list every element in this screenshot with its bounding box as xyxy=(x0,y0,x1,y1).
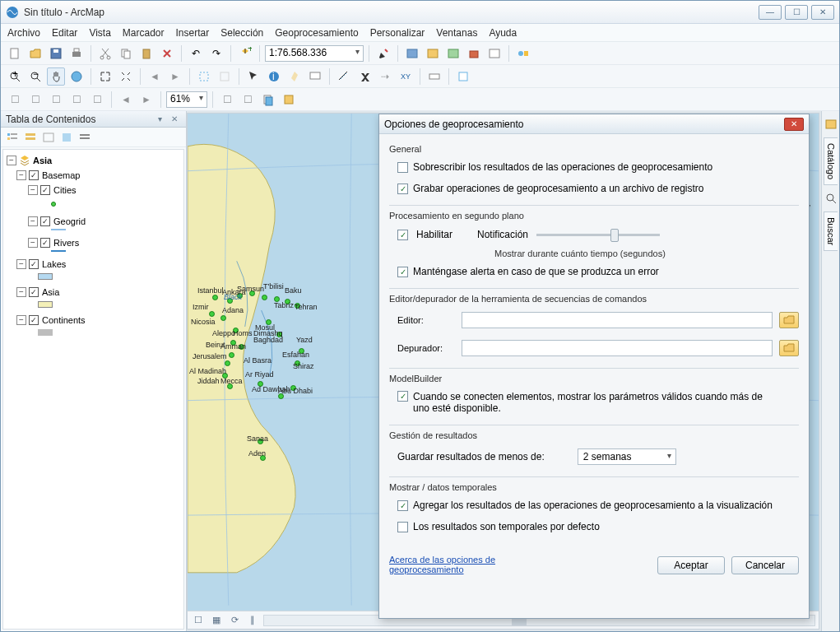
menu-vista[interactable]: Vista xyxy=(89,27,110,39)
menu-archivo[interactable]: Archivo xyxy=(7,27,40,39)
maximize-button[interactable]: ☐ xyxy=(785,5,808,20)
modelbuilder-button[interactable] xyxy=(514,44,532,63)
save-button[interactable] xyxy=(47,44,65,63)
layer-checkbox[interactable] xyxy=(40,185,50,195)
paste-button[interactable] xyxy=(137,44,155,63)
find-button[interactable] xyxy=(355,67,374,86)
layer-rivers[interactable]: Rivers xyxy=(53,238,79,248)
layer-cities[interactable]: Cities xyxy=(53,185,77,195)
menu-ventanas[interactable]: Ventanas xyxy=(436,27,477,39)
editor-input[interactable] xyxy=(462,312,773,328)
layer-lakes[interactable]: Lakes xyxy=(42,259,66,269)
measure-button[interactable] xyxy=(335,67,353,86)
toc-tree[interactable]: − Asia − Basemap − Cities xyxy=(2,149,184,630)
about-link[interactable]: Acerca de las opciones de geoprocesamien… xyxy=(389,555,537,574)
layer-continents[interactable]: Continents xyxy=(42,315,86,325)
list-by-drawing-order-button[interactable] xyxy=(4,129,21,146)
goto-xy-button[interactable]: XY xyxy=(397,67,415,86)
layer-basemap[interactable]: Basemap xyxy=(42,170,80,180)
hyperlink-button[interactable] xyxy=(285,67,304,86)
menu-ayuda[interactable]: Ayuda xyxy=(489,27,517,39)
layout-view-button[interactable]: ▦ xyxy=(209,613,224,628)
zoom-out-button[interactable]: − xyxy=(26,67,44,86)
refresh-button[interactable]: ⟳ xyxy=(227,613,242,628)
full-extent-button[interactable] xyxy=(67,67,86,86)
debugger-input[interactable] xyxy=(462,340,773,356)
close-panel-icon[interactable]: ✕ xyxy=(171,114,181,124)
layout-btn-3[interactable]: ☐ xyxy=(47,91,65,109)
minimize-button[interactable]: — xyxy=(759,5,782,20)
select-elements-button[interactable] xyxy=(244,67,262,86)
menu-personalizar[interactable]: Personalizar xyxy=(370,27,425,39)
browse-editor-button[interactable] xyxy=(779,312,799,328)
menu-marcador[interactable]: Marcador xyxy=(123,27,165,39)
forward-button[interactable]: ► xyxy=(166,67,184,86)
editor-toolbar-button[interactable] xyxy=(374,44,392,63)
layout-btn-5[interactable]: ☐ xyxy=(88,91,106,109)
fixed-zoom-in-button[interactable] xyxy=(96,67,114,86)
pause-button[interactable]: ∥ xyxy=(245,613,260,628)
toggle-draft-button[interactable] xyxy=(280,91,298,109)
search-tab-icon[interactable] xyxy=(824,192,838,205)
delete-button[interactable] xyxy=(158,44,176,63)
layout-btn-7[interactable]: ► xyxy=(137,91,155,109)
select-features-button[interactable] xyxy=(195,67,213,86)
menu-geoprocesamiento[interactable]: Geoprocesamiento xyxy=(275,27,358,39)
pin-icon[interactable]: ▾ xyxy=(158,114,168,124)
add-data-button[interactable]: + xyxy=(236,44,254,63)
open-button[interactable] xyxy=(26,44,44,63)
layout-btn-1[interactable]: ☐ xyxy=(6,91,24,109)
find-route-button[interactable]: ⇢ xyxy=(376,67,394,86)
map-view[interactable]: Istanbul Ankara Izmir Nicosia Aleppo Hom… xyxy=(187,113,819,630)
time-slider-button[interactable] xyxy=(425,67,443,86)
tree-toggle[interactable]: − xyxy=(16,170,26,180)
list-by-selection-button[interactable] xyxy=(58,129,75,146)
close-window-button[interactable]: ✕ xyxy=(811,5,834,20)
layer-checkbox[interactable] xyxy=(29,315,39,325)
layer-checkbox[interactable] xyxy=(40,216,50,226)
add-results-checkbox[interactable] xyxy=(397,500,408,511)
menu-seleccion[interactable]: Selección xyxy=(220,27,263,39)
data-view-button[interactable]: ☐ xyxy=(191,613,206,628)
layout-btn-4[interactable]: ☐ xyxy=(67,91,86,109)
html-popup-button[interactable] xyxy=(306,67,324,86)
new-button[interactable] xyxy=(6,44,24,63)
identify-button[interactable]: i xyxy=(265,67,283,86)
layout-btn-8[interactable]: ☐ xyxy=(218,91,236,109)
layer-checkbox[interactable] xyxy=(29,287,39,297)
overwrite-checkbox[interactable] xyxy=(397,162,408,173)
zoom-percent-combo[interactable]: 61% xyxy=(166,91,207,108)
search-window-button[interactable] xyxy=(444,44,462,63)
browse-debugger-button[interactable] xyxy=(779,340,799,356)
layer-geogrid[interactable]: Geogrid xyxy=(53,216,86,226)
print-button[interactable] xyxy=(67,44,86,63)
ok-button[interactable]: Aceptar xyxy=(657,556,725,574)
copy-button[interactable] xyxy=(117,44,135,63)
record-checkbox[interactable] xyxy=(397,184,408,194)
python-window-button[interactable] xyxy=(485,44,504,63)
notification-slider[interactable] xyxy=(536,234,660,236)
layout-btn-9[interactable]: ☐ xyxy=(239,91,257,109)
dialog-titlebar[interactable]: Opciones de geoprocesamiento ✕ xyxy=(379,114,809,134)
tree-toggle[interactable]: − xyxy=(7,156,16,165)
pan-button[interactable] xyxy=(47,67,65,86)
tree-toggle[interactable]: − xyxy=(16,315,26,325)
table-of-contents-button[interactable] xyxy=(403,44,421,63)
catalog-tab[interactable]: Catálogo xyxy=(824,137,838,185)
catalog-window-button[interactable] xyxy=(424,44,442,63)
scale-combo[interactable]: 1:76.568.336 xyxy=(265,45,364,62)
list-by-visibility-button[interactable] xyxy=(40,129,57,146)
layer-checkbox[interactable] xyxy=(29,259,39,269)
cancel-button[interactable]: Cancelar xyxy=(731,556,799,574)
tree-toggle[interactable]: − xyxy=(16,259,26,269)
temp-default-checkbox[interactable] xyxy=(397,522,408,532)
tree-toggle[interactable]: − xyxy=(28,238,38,248)
data-driven-pages-button[interactable] xyxy=(259,91,277,109)
tree-toggle[interactable]: − xyxy=(16,287,26,297)
modelbuilder-checkbox[interactable] xyxy=(397,391,408,402)
tree-toggle[interactable]: − xyxy=(28,216,38,226)
layer-checkbox[interactable] xyxy=(29,170,39,180)
back-button[interactable]: ◄ xyxy=(146,67,164,86)
dialog-close-button[interactable]: ✕ xyxy=(784,118,804,131)
layer-checkbox[interactable] xyxy=(40,238,50,248)
